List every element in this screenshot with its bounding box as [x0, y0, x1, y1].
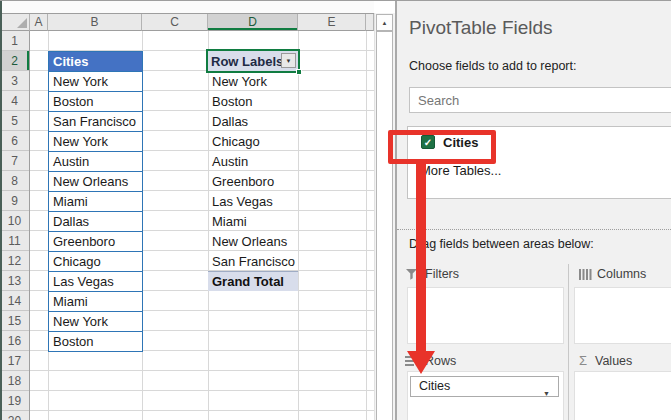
cell-B13[interactable]: Las Vegas: [48, 271, 143, 292]
cell-B14[interactable]: Miami: [48, 291, 143, 312]
filters-area-box[interactable]: [407, 287, 564, 344]
pane-separator: [397, 229, 671, 230]
row-header-7[interactable]: 7: [0, 151, 29, 171]
cell-B3[interactable]: New York: [48, 71, 143, 92]
row-header-15[interactable]: 15: [0, 311, 29, 331]
row-header-16[interactable]: 16: [0, 331, 29, 351]
cell-B2-cities-header[interactable]: Cities: [48, 51, 143, 72]
excel-window: A B C D E 1 2 3 4 5 6 7 8 9 10 11 12 13 …: [0, 0, 671, 420]
row-header-5[interactable]: 5: [0, 111, 29, 131]
annotation-red-arrow-stem: [416, 161, 426, 352]
drag-fields-label: Drag fields between areas below:: [409, 237, 594, 251]
cell-D9[interactable]: Las Vegas: [208, 191, 298, 211]
cell-B7[interactable]: Austin: [48, 151, 143, 172]
columns-icon: [579, 268, 592, 281]
pivottable-fields-pane: PivotTable Fields Choose fields to add t…: [395, 1, 671, 420]
row-header-20[interactable]: 20: [0, 411, 29, 420]
fill-handle[interactable]: [296, 69, 302, 75]
cell-B11[interactable]: Greenboro: [48, 231, 143, 252]
column-headers: A B C D E: [0, 13, 374, 31]
row-header-6[interactable]: 6: [0, 131, 29, 151]
gridline: [298, 31, 299, 420]
cell-D6[interactable]: Chicago: [208, 131, 298, 151]
choose-fields-label: Choose fields to add to report:: [409, 59, 576, 73]
cell-B12[interactable]: Chicago: [48, 251, 143, 272]
cell-B10[interactable]: Dallas: [48, 211, 143, 232]
cell-B6[interactable]: New York: [48, 131, 143, 152]
row-header-13[interactable]: 13: [0, 271, 29, 291]
formula-bar-edge: [0, 1, 374, 13]
column-header-e[interactable]: E: [298, 14, 366, 31]
column-header-b[interactable]: B: [48, 14, 142, 31]
cell-D10[interactable]: Miami: [208, 211, 298, 231]
pane-title: PivotTable Fields: [409, 17, 553, 39]
cell-D3[interactable]: New York: [208, 71, 298, 91]
row-header-12[interactable]: 12: [0, 251, 29, 271]
row-header-10[interactable]: 10: [0, 211, 29, 231]
cell-D5[interactable]: Dallas: [208, 111, 298, 131]
annotation-red-arrow-head: [407, 351, 435, 374]
row-header-17[interactable]: 17: [0, 351, 29, 371]
more-tables-link[interactable]: More Tables...: [420, 163, 501, 178]
select-all-corner[interactable]: [0, 14, 30, 31]
cell-D12[interactable]: San Francisco: [208, 251, 298, 271]
select-all-triangle-icon: [17, 18, 27, 28]
vertical-scrollbar[interactable]: ▲: [374, 13, 395, 420]
gridline: [366, 31, 367, 420]
cells-area[interactable]: Cities New York Boston San Francisco New…: [30, 31, 374, 420]
search-input[interactable]: [409, 87, 671, 113]
worksheet-grid: A B C D E 1 2 3 4 5 6 7 8 9 10 11 12 13 …: [0, 1, 374, 420]
scrollbar-thumb[interactable]: [376, 31, 393, 420]
row-header-4[interactable]: 4: [0, 91, 29, 111]
cell-D8[interactable]: Greenboro: [208, 171, 298, 191]
chevron-down-icon: ▼: [286, 58, 292, 64]
filters-area-label: Filters: [425, 267, 459, 281]
column-header-c[interactable]: C: [142, 14, 208, 31]
cell-B9[interactable]: Miami: [48, 191, 143, 212]
column-header-a[interactable]: A: [30, 14, 48, 31]
row-header-18[interactable]: 18: [0, 371, 29, 391]
values-area-label: Values: [595, 354, 632, 368]
cell-B15[interactable]: New York: [48, 311, 143, 332]
window-left-edge: [0, 1, 2, 420]
cell-D11[interactable]: New Orleans: [208, 231, 298, 251]
scroll-up-button[interactable]: ▲: [376, 14, 393, 31]
columns-area-box[interactable]: [574, 287, 671, 344]
column-header-d-selected[interactable]: D: [208, 14, 298, 31]
cell-B4[interactable]: Boston: [48, 91, 143, 112]
values-area-box[interactable]: [574, 371, 671, 420]
up-arrow-icon: ▲: [382, 20, 388, 26]
row-header-8[interactable]: 8: [0, 171, 29, 191]
row-header-14[interactable]: 14: [0, 291, 29, 311]
row-header-9[interactable]: 9: [0, 191, 29, 211]
sigma-icon: Σ: [579, 353, 587, 368]
pivot-filter-dropdown-button[interactable]: ▼: [281, 53, 296, 68]
chevron-down-icon[interactable]: ▼: [543, 384, 550, 403]
row-header-2-selected[interactable]: 2: [0, 51, 29, 71]
areas-divider: [568, 264, 569, 420]
cell-B5[interactable]: San Francisco: [48, 111, 143, 132]
columns-area-label: Columns: [597, 267, 646, 281]
cell-D4[interactable]: Boston: [208, 91, 298, 111]
row-header-1[interactable]: 1: [0, 31, 29, 51]
cell-B8[interactable]: New Orleans: [48, 171, 143, 192]
rows-field-cities-label: Cities: [419, 379, 450, 393]
cell-D2-row-labels-selected[interactable]: Row Labels ▼: [206, 49, 300, 73]
column-header-partial: [366, 14, 374, 31]
row-headers: 1 2 3 4 5 6 7 8 9 10 11 12 13 14 15 16 1…: [0, 31, 30, 420]
row-labels-text: Row Labels: [211, 54, 283, 69]
annotation-red-rectangle: [388, 130, 496, 164]
cell-D13-grand-total[interactable]: Grand Total: [208, 271, 298, 291]
rows-field-cities[interactable]: Cities ▼: [410, 376, 559, 397]
cell-D7[interactable]: Austin: [208, 151, 298, 171]
row-header-19[interactable]: 19: [0, 391, 29, 411]
cell-B16[interactable]: Boston: [48, 331, 143, 352]
row-header-11[interactable]: 11: [0, 231, 29, 251]
row-header-3[interactable]: 3: [0, 71, 29, 91]
